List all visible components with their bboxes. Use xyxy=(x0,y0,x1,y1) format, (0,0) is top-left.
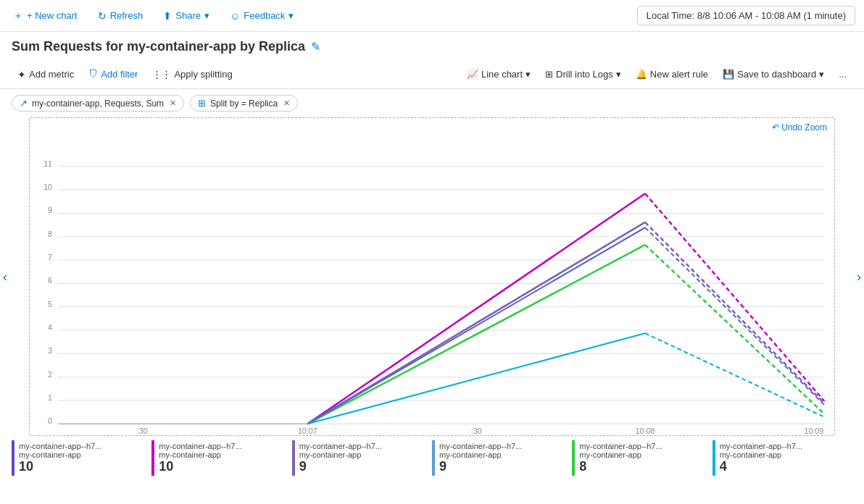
split-icon: ⋮⋮ xyxy=(152,69,171,80)
save-icon: 💾 xyxy=(723,69,734,80)
legend-value-2: 9 xyxy=(299,459,428,474)
share-label: Share xyxy=(175,10,201,21)
svg-text:3: 3 xyxy=(48,346,52,355)
line-chart-icon: 📈 xyxy=(467,69,478,80)
svg-text:10:08: 10:08 xyxy=(636,427,655,435)
legend-subtitle-4: my-container-app xyxy=(579,450,707,459)
toolbar-right: 📈 Line chart ▾ ⊞ Drill into Logs ▾ 🔔 New… xyxy=(461,66,852,83)
legend-title-2: my-container-app--h7... xyxy=(299,442,428,450)
legend-subtitle-5: my-container-app xyxy=(720,450,848,459)
legend-subtitle-3: my-container-app xyxy=(439,450,568,459)
svg-text::30: :30 xyxy=(471,427,482,435)
refresh-icon: ↻ xyxy=(98,10,107,22)
filter-tags-area: ↗ my-container-app, Requests, Sum ✕ ⊞ Sp… xyxy=(0,89,864,117)
svg-text:11: 11 xyxy=(43,159,52,167)
filter-icon: ⛉ xyxy=(88,69,98,80)
legend-value-1: 10 xyxy=(159,459,287,474)
new-chart-label: + New chart xyxy=(27,10,78,21)
share-button[interactable]: ⬆ Share ▾ xyxy=(159,7,214,25)
legend-subtitle-0: my-container-app xyxy=(19,450,147,459)
line-chart-label: Line chart xyxy=(481,69,523,80)
legend-title-5: my-container-app--h7... xyxy=(720,442,848,450)
svg-text:6: 6 xyxy=(48,276,52,285)
chart-container: ↶ Undo Zoom 0 1 2 3 4 5 6 7 8 9 10 11 xyxy=(29,117,835,436)
line-chart-button[interactable]: 📈 Line chart ▾ xyxy=(461,66,536,83)
split-tag-text: Split by = Replica xyxy=(210,98,278,109)
svg-text:10:07: 10:07 xyxy=(298,427,317,435)
page-title-bar: Sum Requests for my-container-app by Rep… xyxy=(0,32,864,60)
legend-value-3: 9 xyxy=(439,459,568,474)
chart-nav-left-button[interactable]: ‹ xyxy=(3,269,7,285)
undo-zoom-icon: ↶ xyxy=(772,122,779,133)
alert-icon: 🔔 xyxy=(636,69,647,80)
save-to-dashboard-button[interactable]: 💾 Save to dashboard ▾ xyxy=(717,66,830,83)
legend-item-5: my-container-app--h7... my-container-app… xyxy=(713,440,852,476)
legend-item-1: my-container-app--h7... my-container-app… xyxy=(151,440,291,476)
feedback-icon: ☺ xyxy=(230,10,240,22)
add-metric-icon: ✦ xyxy=(17,69,26,80)
logs-icon: ⊞ xyxy=(545,69,553,80)
legend-value-4: 8 xyxy=(579,459,707,474)
add-metric-label: Add metric xyxy=(29,69,74,80)
legend-title-1: my-container-app--h7... xyxy=(159,442,287,450)
legend-title-4: my-container-app--h7... xyxy=(579,442,707,450)
chart-svg: 0 1 2 3 4 5 6 7 8 9 10 11 :3 xyxy=(30,118,834,435)
chart-nav-right-button[interactable]: › xyxy=(857,269,861,285)
legend-item-4: my-container-app--h7... my-container-app… xyxy=(572,440,712,476)
svg-text:5: 5 xyxy=(48,299,52,308)
legend-value-0: 10 xyxy=(19,459,147,474)
metric-tag-text: my-container-app, Requests, Sum xyxy=(32,98,164,109)
share-chevron-icon: ▾ xyxy=(204,10,209,21)
legend-title-0: my-container-app--h7... xyxy=(19,442,147,450)
save-chevron-icon: ▾ xyxy=(819,69,824,80)
svg-text::30: :30 xyxy=(137,427,148,435)
legend-subtitle-1: my-container-app xyxy=(159,450,287,459)
refresh-button[interactable]: ↻ Refresh xyxy=(94,7,148,25)
feedback-label: Feedback xyxy=(244,10,285,21)
metric-filter-tag[interactable]: ↗ my-container-app, Requests, Sum ✕ xyxy=(12,95,184,112)
edit-title-icon[interactable]: ✎ xyxy=(311,40,320,54)
svg-text:0: 0 xyxy=(48,416,52,425)
time-range-selector[interactable]: Local Time: 8/8 10:06 AM - 10:08 AM (1 m… xyxy=(637,6,855,25)
new-chart-button[interactable]: ＋ + New chart xyxy=(9,7,82,25)
metric-tag-close[interactable]: ✕ xyxy=(170,98,176,108)
apply-splitting-button[interactable]: ⋮⋮ Apply splitting xyxy=(146,66,238,83)
add-filter-button[interactable]: ⛉ Add filter xyxy=(83,66,144,83)
line-chart-chevron-icon: ▾ xyxy=(526,69,531,80)
feedback-button[interactable]: ☺ Feedback ▾ xyxy=(225,7,298,25)
chart-toolbar: ✦ Add metric ⛉ Add filter ⋮⋮ Apply split… xyxy=(0,60,864,89)
new-alert-rule-label: New alert rule xyxy=(650,69,708,80)
new-alert-rule-button[interactable]: 🔔 New alert rule xyxy=(630,66,714,83)
share-icon: ⬆ xyxy=(163,10,172,22)
legend-item-0: my-container-app--h7... my-container-app… xyxy=(12,440,151,476)
svg-text:10:09: 10:09 xyxy=(805,427,824,435)
save-to-dashboard-label: Save to dashboard xyxy=(737,69,816,80)
top-bar: ＋ + New chart ↻ Refresh ⬆ Share ▾ ☺ Feed… xyxy=(0,0,864,32)
time-range-text: Local Time: 8/8 10:06 AM - 10:08 AM (1 m… xyxy=(647,10,846,21)
split-filter-tag[interactable]: ⊞ Split by = Replica ✕ xyxy=(190,95,298,112)
svg-text:9: 9 xyxy=(48,206,52,214)
drill-into-logs-button[interactable]: ⊞ Drill into Logs ▾ xyxy=(539,66,627,83)
legend-title-3: my-container-app--h7... xyxy=(439,442,568,450)
svg-text:7: 7 xyxy=(48,253,52,261)
logs-chevron-icon: ▾ xyxy=(616,69,621,80)
add-metric-button[interactable]: ✦ Add metric xyxy=(12,66,80,83)
legend-value-5: 4 xyxy=(720,459,848,474)
refresh-label: Refresh xyxy=(110,10,144,21)
undo-zoom-label: Undo Zoom xyxy=(781,122,827,133)
feedback-chevron-icon: ▾ xyxy=(288,10,294,21)
undo-zoom-button[interactable]: ↶ Undo Zoom xyxy=(772,122,827,133)
legend-area: my-container-app--h7... my-container-app… xyxy=(0,436,864,480)
page-title: Sum Requests for my-container-app by Rep… xyxy=(12,39,305,54)
plus-icon: ＋ xyxy=(13,9,23,22)
more-options-button[interactable]: ... xyxy=(833,66,852,83)
metric-tag-icon: ↗ xyxy=(20,98,28,109)
drill-into-logs-label: Drill into Logs xyxy=(556,69,613,80)
svg-text:4: 4 xyxy=(48,323,52,332)
svg-text:8: 8 xyxy=(48,229,52,238)
legend-item-3: my-container-app--h7... my-container-app… xyxy=(432,440,572,476)
svg-text:10: 10 xyxy=(43,182,52,191)
apply-splitting-label: Apply splitting xyxy=(174,69,232,80)
svg-text:1: 1 xyxy=(48,393,52,402)
split-tag-close[interactable]: ✕ xyxy=(283,98,290,108)
